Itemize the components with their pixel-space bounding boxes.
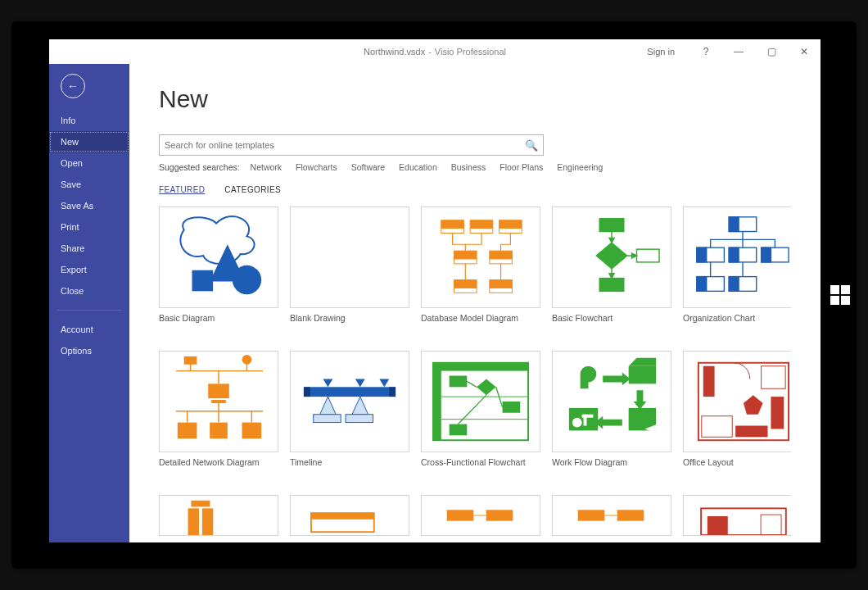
svg-rect-97: [311, 513, 374, 520]
svg-marker-60: [379, 379, 389, 387]
titlebar: Northwind.vsdx - Visio Professional Sign…: [49, 39, 821, 64]
nav-save[interactable]: Save: [49, 174, 129, 195]
template-label: Database Model Diagram: [421, 308, 540, 323]
template-partial-3[interactable]: [421, 495, 540, 542]
svg-marker-59: [355, 379, 365, 387]
suggest-engineering[interactable]: Engineering: [557, 162, 603, 172]
svg-rect-11: [490, 251, 513, 259]
titlebar-filename: Northwind.vsdx: [364, 47, 425, 57]
suggest-flowcharts[interactable]: Flowcharts: [296, 162, 337, 172]
nav-info[interactable]: Info: [49, 110, 129, 131]
svg-rect-98: [447, 510, 474, 520]
thumb-timeline: [290, 351, 409, 452]
svg-rect-95: [191, 501, 210, 507]
template-label: Work Flow Diagram: [552, 452, 671, 467]
svg-marker-80: [603, 373, 630, 386]
template-office-layout[interactable]: Office Layout: [683, 351, 791, 482]
titlebar-appname: Visio Professional: [435, 47, 506, 57]
svg-rect-2: [192, 270, 214, 292]
svg-marker-18: [596, 243, 626, 268]
template-search[interactable]: 🔍: [159, 134, 544, 156]
template-gallery: Basic Diagram Blank Drawing: [159, 206, 791, 542]
svg-rect-19: [599, 279, 624, 292]
app-window: Northwind.vsdx - Visio Professional Sign…: [49, 39, 821, 542]
help-button[interactable]: ?: [689, 39, 722, 64]
svg-rect-94: [202, 508, 213, 535]
svg-rect-71: [450, 424, 468, 436]
signin-link[interactable]: Sign in: [647, 47, 675, 57]
thumb-partial: [421, 495, 540, 536]
template-workflow[interactable]: Work Flow Diagram: [552, 351, 671, 482]
template-crossfunc[interactable]: Cross-Functional Flowchart: [421, 351, 540, 482]
search-icon[interactable]: 🔍: [525, 139, 538, 152]
tab-featured[interactable]: FEATURED: [159, 185, 205, 197]
suggest-education[interactable]: Education: [399, 162, 437, 172]
svg-rect-64: [433, 363, 528, 371]
svg-point-83: [572, 418, 582, 428]
nav-export[interactable]: Export: [49, 259, 129, 280]
svg-rect-50: [208, 384, 229, 398]
template-tabs: FEATURED CATEGORIES: [159, 185, 791, 197]
svg-rect-34: [762, 247, 771, 262]
template-network[interactable]: Detailed Network Diagram: [159, 351, 278, 482]
svg-rect-92: [771, 397, 784, 429]
thumb-basic-flowchart: [552, 206, 671, 308]
suggest-software[interactable]: Software: [351, 162, 385, 172]
svg-rect-105: [708, 516, 728, 535]
template-partial-4[interactable]: [552, 495, 671, 542]
svg-rect-6: [470, 229, 493, 234]
svg-marker-26: [632, 253, 637, 258]
nav-share[interactable]: Share: [49, 238, 129, 259]
template-label: Timeline: [290, 452, 409, 467]
nav-new[interactable]: New: [49, 131, 129, 152]
suggest-floorplans[interactable]: Floor Plans: [500, 162, 543, 172]
svg-marker-76: [629, 358, 656, 366]
svg-rect-91: [735, 426, 767, 438]
page-title: New: [159, 85, 791, 113]
svg-marker-81: [634, 390, 647, 410]
template-basic-flowchart[interactable]: Basic Flowchart: [552, 206, 671, 338]
svg-rect-87: [702, 416, 732, 438]
svg-rect-77: [569, 408, 598, 431]
svg-rect-55: [304, 387, 396, 397]
nav-print[interactable]: Print: [49, 216, 129, 238]
svg-rect-101: [578, 510, 605, 520]
svg-marker-24: [609, 274, 614, 279]
device-frame: Northwind.vsdx - Visio Professional Sign…: [11, 21, 857, 569]
nav-options[interactable]: Options: [49, 340, 129, 361]
svg-rect-15: [490, 280, 513, 288]
svg-rect-9: [454, 251, 477, 259]
nav-open[interactable]: Open: [49, 152, 129, 174]
template-partial-2[interactable]: [290, 495, 409, 542]
close-button[interactable]: ✕: [788, 39, 821, 64]
svg-rect-57: [389, 387, 396, 397]
search-input[interactable]: [165, 140, 525, 150]
template-timeline[interactable]: Timeline: [290, 351, 409, 482]
tab-categories[interactable]: CATEGORIES: [224, 185, 281, 197]
thumb-partial: [683, 495, 791, 536]
svg-rect-54: [242, 423, 262, 439]
template-partial-1[interactable]: [159, 495, 278, 542]
svg-rect-12: [490, 259, 513, 264]
thumb-network: [159, 351, 278, 452]
template-blank-drawing[interactable]: Blank Drawing: [290, 206, 409, 338]
back-button[interactable]: ←: [61, 74, 85, 98]
suggest-business[interactable]: Business: [451, 162, 486, 172]
maximize-button[interactable]: ▢: [755, 39, 788, 64]
svg-rect-93: [188, 508, 199, 535]
svg-rect-32: [729, 247, 739, 262]
nav-account[interactable]: Account: [49, 319, 129, 340]
svg-rect-3: [441, 220, 464, 229]
svg-rect-7: [500, 220, 522, 229]
template-database[interactable]: Database Model Diagram: [421, 206, 540, 338]
template-org-chart[interactable]: Organization Chart: [683, 206, 791, 338]
svg-marker-90: [744, 395, 763, 415]
minimize-button[interactable]: —: [722, 39, 755, 64]
svg-rect-62: [346, 415, 373, 423]
template-basic-diagram[interactable]: Basic Diagram: [159, 206, 278, 338]
nav-close[interactable]: Close: [49, 280, 129, 302]
svg-rect-85: [582, 415, 594, 418]
template-partial-5[interactable]: [683, 495, 791, 542]
suggest-network[interactable]: Network: [251, 162, 283, 172]
nav-saveas[interactable]: Save As: [49, 195, 129, 216]
